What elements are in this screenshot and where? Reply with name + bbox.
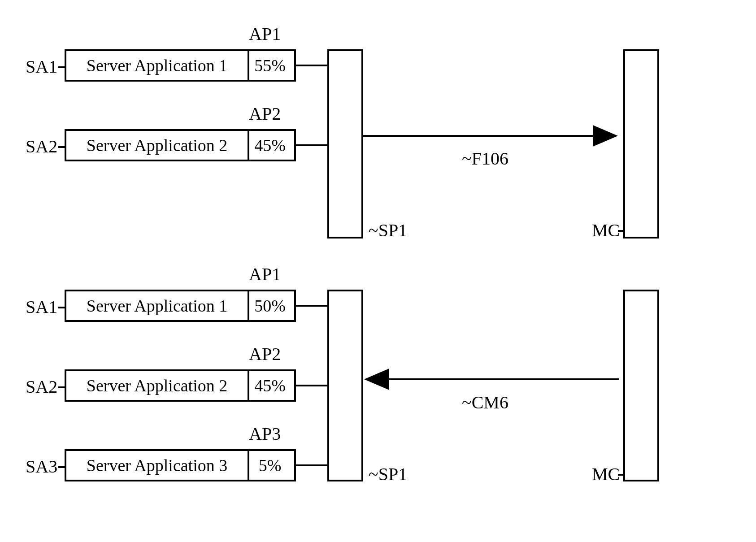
app-box-2b: Server Application 2 45%: [65, 369, 296, 402]
app-pct-2a: 50%: [246, 291, 294, 320]
flow-label-1: ~F106: [462, 148, 508, 169]
conn-2a: [296, 305, 327, 307]
sa-label-1a: SA1: [26, 56, 57, 77]
flow-label-2: ~CM6: [462, 392, 508, 413]
sa-tick-2c: [58, 466, 65, 468]
conn-1b: [296, 144, 327, 146]
diagram-canvas: AP1 AP2 SA1 SA2 Server Application 1 55%…: [0, 0, 756, 542]
mc-box-1: [623, 49, 659, 238]
sa-tick-2a: [58, 307, 65, 308]
app-box-2a: Server Application 1 50%: [65, 290, 296, 322]
mc-label-1: MC: [592, 220, 620, 241]
conn-2b: [296, 385, 327, 386]
sa-tick-2b: [58, 386, 65, 388]
sa-label-2b: SA2: [26, 376, 57, 397]
sa-tick-1a: [58, 66, 65, 68]
sa-label-2c: SA3: [26, 456, 57, 477]
mc-label-2: MC: [592, 464, 620, 485]
ap-label-2c: AP3: [249, 423, 281, 444]
sp-label-1: ~SP1: [369, 220, 407, 241]
ap-label-2b: AP2: [249, 343, 281, 364]
app-name-2c: Server Application 3: [66, 451, 249, 480]
app-pct-2b: 45%: [246, 371, 294, 400]
ap-label-2a: AP1: [249, 264, 281, 285]
sp-label-2: ~SP1: [369, 464, 407, 485]
mc-tick-1: [618, 230, 623, 232]
app-name-2b: Server Application 2: [66, 371, 249, 400]
app-box-2c: Server Application 3 5%: [65, 449, 296, 481]
app-pct-2c: 5%: [246, 451, 294, 480]
arrow-cm6: [363, 371, 623, 389]
app-name-2a: Server Application 1: [66, 291, 249, 320]
sa-tick-1b: [58, 146, 65, 148]
app-name-1b: Server Application 2: [66, 131, 249, 160]
sa-label-2a: SA1: [26, 296, 57, 317]
app-box-1b: Server Application 2 45%: [65, 129, 296, 161]
ap-label-1a: AP1: [249, 23, 281, 44]
mc-box-2: [623, 290, 659, 481]
ap-label-1b: AP2: [249, 103, 281, 124]
app-pct-1b: 45%: [246, 131, 294, 160]
arrow-f106: [363, 128, 619, 146]
mc-tick-2: [618, 474, 623, 476]
app-name-1a: Server Application 1: [66, 51, 249, 80]
sp-box-1: [327, 49, 363, 238]
app-pct-1a: 55%: [246, 51, 294, 80]
sp-box-2: [327, 290, 363, 481]
app-box-1a: Server Application 1 55%: [65, 49, 296, 82]
conn-1a: [296, 65, 327, 66]
sa-label-1b: SA2: [26, 136, 57, 157]
conn-2c: [296, 464, 327, 466]
